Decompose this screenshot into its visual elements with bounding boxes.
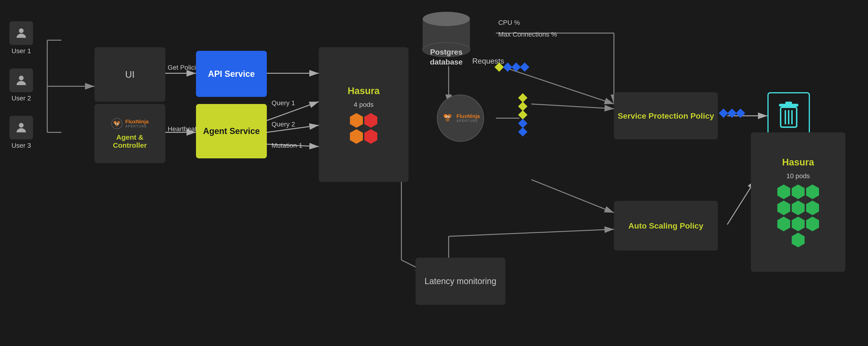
user3-label: User 3 (11, 142, 31, 149)
svg-line-23 (448, 229, 614, 236)
user3-node: User 3 (9, 116, 33, 149)
postgres-box: Postgresdatabase (420, 7, 472, 81)
cpu-pct-label: CPU % (498, 19, 520, 26)
postgres-label: Postgresdatabase (430, 47, 463, 67)
hasura-main-hexagons (345, 113, 382, 144)
hex-green-7 (777, 217, 790, 231)
ui-label: UI (125, 69, 134, 80)
hex-green-6 (806, 201, 819, 215)
hex-orange-2 (350, 129, 363, 144)
svg-text:FN: FN (445, 115, 450, 119)
heartbeats-label: Heartbeats (168, 125, 200, 133)
user3-icon (9, 116, 33, 139)
stack-diamond-y2 (518, 102, 528, 111)
hex-green-4 (777, 201, 790, 215)
svg-point-28 (19, 123, 24, 127)
stack-diamond-y3 (518, 110, 528, 120)
req-diamond-yellow-1 (494, 62, 504, 72)
svg-point-27 (19, 76, 24, 80)
agent-fluxninja-logo: FN FluxNinja APERTURE (111, 118, 149, 129)
fluxninja-center-text: FluxNinja APERTURE (457, 114, 480, 123)
svg-text:FN: FN (115, 122, 119, 126)
user2-label: User 2 (11, 94, 31, 102)
hex-orange-1 (350, 113, 363, 128)
fluxninja-center-circle: FN FluxNinja APERTURE (437, 94, 484, 142)
hasura-main-box: Hasura 4 pods (319, 47, 408, 182)
mutation1-label: Mutation 1 (272, 142, 303, 149)
auto-scaling-label: Auto Scaling Policy (628, 221, 703, 230)
hex-green-10 (792, 233, 805, 248)
svg-line-19 (531, 180, 614, 213)
svg-point-26 (19, 28, 24, 33)
agent-controller-box: FN FluxNinja APERTURE Agent &Controller (94, 104, 165, 163)
svg-point-37 (423, 12, 470, 26)
service-protection-box: Service Protection Policy (614, 92, 718, 139)
service-protection-label: Service Protection Policy (618, 111, 714, 120)
hex-green-2 (792, 184, 805, 199)
agent-service-box: Agent Service (196, 104, 267, 158)
user1-icon (9, 21, 33, 45)
hasura-main-pods: 4 pods (354, 101, 374, 109)
user1-node: User 1 (9, 21, 33, 55)
query2-label: Query 2 (272, 120, 295, 128)
sp-out-diamond-1 (719, 109, 728, 118)
hex-red-1 (364, 113, 377, 128)
hex-green-3 (806, 184, 819, 199)
user2-node: User 2 (9, 68, 33, 102)
api-service-label: API Service (208, 69, 255, 79)
trash-icon (777, 102, 801, 130)
req-diamond-blue-3 (520, 62, 529, 72)
agent-controller-label: Agent &Controller (113, 133, 147, 149)
hasura-main-title: Hasura (348, 86, 380, 96)
fluxninja-svg-icon: FN (441, 112, 454, 125)
hasura-right-hexagons (774, 184, 822, 248)
diamond-stack-vertical (520, 94, 526, 135)
agent-service-label: Agent Service (203, 126, 260, 136)
latency-label: Latency monitoring (425, 276, 496, 286)
service-protection-output-diamonds (720, 110, 744, 117)
latency-monitoring-box: Latency monitoring (415, 258, 505, 305)
sp-out-diamond-3 (736, 109, 745, 118)
stack-diamond-b1 (518, 119, 528, 128)
hasura-right-title: Hasura (782, 157, 814, 168)
req-diamond-blue-1 (503, 62, 513, 72)
svg-rect-44 (785, 102, 792, 105)
fluxninja-center-logo: FN FluxNinja APERTURE (441, 112, 480, 125)
ui-box: UI (94, 47, 165, 102)
user1-label: User 1 (11, 47, 31, 55)
agent-fluxninja-text: FluxNinja APERTURE (125, 119, 149, 128)
req-diamond-blue-2 (512, 62, 521, 72)
hex-green-8 (792, 217, 805, 231)
hasura-right-box: Hasura 10 pods (751, 132, 845, 272)
stack-diamond-b2 (518, 127, 528, 137)
max-conn-label: Max Connections % (498, 31, 557, 38)
hex-green-1 (777, 184, 790, 199)
query1-label: Query 1 (272, 99, 295, 107)
hasura-right-pods: 10 pods (786, 172, 810, 180)
sp-out-diamond-2 (727, 109, 737, 118)
hex-green-9 (806, 217, 819, 231)
diagram: User 1 User 2 User 3 UI Get Policies API… (0, 0, 868, 346)
stack-diamond-y1 (518, 93, 528, 103)
requests-diamonds (496, 64, 528, 70)
auto-scaling-box: Auto Scaling Policy (614, 201, 718, 251)
user2-icon (9, 68, 33, 92)
svg-line-20 (531, 104, 614, 109)
hex-red-2 (364, 129, 377, 144)
api-service-box: API Service (196, 51, 267, 97)
hex-green-5 (792, 201, 805, 215)
